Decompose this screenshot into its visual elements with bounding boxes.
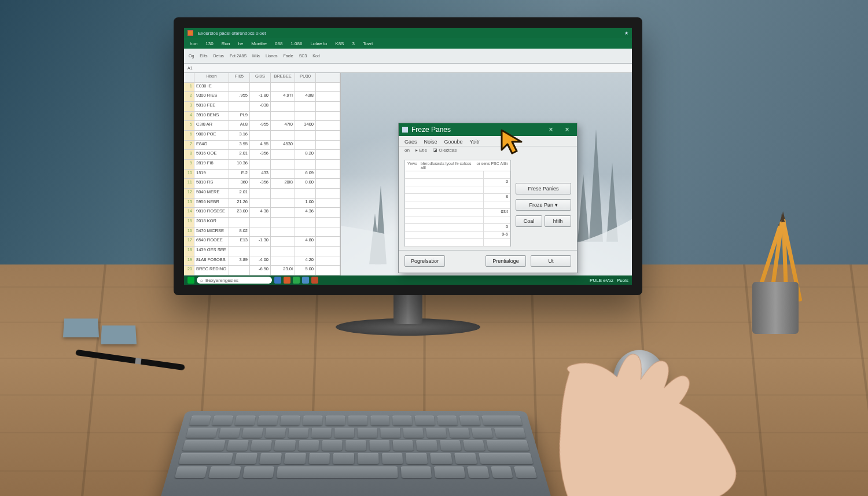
cell[interactable] — [295, 131, 316, 141]
cell[interactable] — [250, 199, 271, 208]
ribbon-tab[interactable]: 130 — [205, 41, 213, 46]
cell[interactable] — [250, 218, 271, 227]
cell[interactable]: 5010 RS — [194, 179, 229, 189]
row-header[interactable]: 1 — [184, 83, 194, 93]
column-header[interactable]: Hbon — [194, 73, 229, 83]
cell[interactable]: -4.00 — [250, 256, 271, 266]
star-icon[interactable]: ★ — [624, 31, 628, 36]
ribbon-item[interactable]: Facle — [284, 54, 293, 58]
cell[interactable] — [295, 218, 316, 227]
close-icon[interactable]: × — [561, 124, 573, 135]
taskbar-app-icon[interactable] — [302, 277, 309, 284]
cell[interactable]: C3I8 AR — [194, 121, 229, 131]
row-header[interactable]: 13 — [184, 199, 194, 208]
cell[interactable]: 9000 POE — [194, 131, 229, 141]
cell[interactable] — [316, 83, 340, 93]
cell[interactable]: 8LA8 FOSOBS — [194, 256, 229, 266]
cell[interactable] — [316, 218, 340, 227]
cell[interactable]: 20I8 — [271, 179, 295, 189]
row-header[interactable]: 14 — [184, 208, 194, 218]
ribbon-tab[interactable]: he — [238, 41, 243, 46]
taskbar-search[interactable]: ⌕ Bexyarengesies — [197, 277, 272, 284]
cell[interactable] — [316, 121, 340, 131]
cell[interactable]: -6.90 — [250, 266, 271, 275]
cell[interactable]: BREC REDINO — [194, 266, 229, 275]
cell[interactable]: 3.89 — [229, 256, 250, 266]
start-button[interactable] — [187, 277, 194, 284]
cell[interactable] — [316, 170, 340, 179]
taskbar-app-icon[interactable] — [311, 277, 318, 284]
dialog-footer-left-button[interactable]: Pogrelsatior — [404, 255, 445, 267]
cell[interactable] — [271, 189, 295, 199]
ribbon-tab[interactable]: Ron — [222, 41, 230, 46]
name-box[interactable]: A1 — [187, 66, 193, 70]
ribbon-tab[interactable]: Tovrt — [363, 41, 373, 46]
spreadsheet-grid[interactable]: HbonFI05GI9SBREBEEPU301E030 IE29300 RIES… — [184, 73, 341, 275]
cell[interactable]: 1.00 — [295, 199, 316, 208]
cell[interactable] — [250, 83, 271, 93]
row-header[interactable]: 19 — [184, 256, 194, 266]
column-header[interactable]: FI05 — [229, 73, 250, 83]
row-header[interactable]: 15 — [184, 218, 194, 227]
coal-button[interactable]: Coal — [516, 215, 542, 227]
cell[interactable]: 4.38 — [250, 208, 271, 218]
cell[interactable] — [271, 218, 295, 227]
cell[interactable] — [316, 102, 340, 112]
cell[interactable]: -1.80 — [250, 92, 271, 102]
ribbon-item[interactable]: SC3 — [299, 54, 307, 58]
column-header[interactable]: BREBEE — [271, 73, 295, 83]
cell[interactable]: 3.16 — [229, 131, 250, 141]
column-header[interactable]: GI9S — [250, 73, 271, 83]
taskbar[interactable]: ⌕ Bexyarengesies PULE eVoz Puols — [184, 275, 632, 285]
ribbon-tab[interactable]: K8S — [335, 41, 344, 46]
cell[interactable] — [316, 208, 340, 218]
cell[interactable]: 5.00 — [295, 266, 316, 275]
row-header[interactable]: 5 — [184, 121, 194, 131]
cell[interactable] — [271, 150, 295, 160]
ribbon-item[interactable]: Lionos — [266, 54, 278, 58]
cell[interactable]: E030 IE — [194, 83, 229, 93]
cell[interactable]: 433 — [250, 170, 271, 179]
dialog-tab[interactable]: Yoitr — [470, 139, 480, 145]
cell[interactable]: E.2 — [229, 170, 250, 179]
cell[interactable]: 2.01 — [229, 189, 250, 199]
cell[interactable] — [250, 227, 271, 237]
cell[interactable]: 21.26 — [229, 199, 250, 208]
cell[interactable]: 360 — [229, 179, 250, 189]
cell[interactable] — [295, 112, 316, 122]
ribbon-tab[interactable]: Montire — [251, 41, 267, 46]
dialog-tab[interactable]: Noise — [424, 139, 437, 145]
cell[interactable]: 8.20 — [295, 150, 316, 160]
dialog-footer-mid-button[interactable]: Prentialoge — [486, 255, 526, 267]
cell[interactable]: 4.97I — [271, 92, 295, 102]
cell[interactable]: -356 — [250, 150, 271, 160]
cell[interactable]: -955 — [250, 121, 271, 131]
cell[interactable]: 1519 — [194, 170, 229, 179]
ribbon-tab[interactable]: hon — [190, 41, 197, 46]
cell[interactable] — [271, 208, 295, 218]
cell[interactable] — [316, 92, 340, 102]
cell[interactable]: E13 — [229, 237, 250, 247]
taskbar-app-icon[interactable] — [293, 277, 300, 284]
cell[interactable] — [250, 189, 271, 199]
cell[interactable]: 8.02 — [229, 227, 250, 237]
dialog-footer-right-button[interactable]: Ut — [531, 255, 571, 267]
cell[interactable]: 23.00 — [229, 208, 250, 218]
cell[interactable]: 2.01 — [229, 150, 250, 160]
cell[interactable] — [316, 247, 340, 256]
cell[interactable] — [250, 160, 271, 170]
row-header[interactable]: 12 — [184, 189, 194, 199]
cell[interactable] — [271, 83, 295, 93]
cell[interactable] — [271, 102, 295, 112]
formula-bar[interactable]: A1 — [184, 64, 632, 73]
cell[interactable]: 5470 MICRSE — [194, 227, 229, 237]
row-header[interactable]: 18 — [184, 247, 194, 256]
cell[interactable] — [229, 83, 250, 93]
cell[interactable]: -356 — [250, 179, 271, 189]
cell[interactable]: 4.80 — [295, 237, 316, 247]
row-header[interactable]: 10 — [184, 170, 194, 179]
cell[interactable] — [271, 227, 295, 237]
cell[interactable] — [316, 112, 340, 122]
cell[interactable] — [271, 160, 295, 170]
cell[interactable] — [295, 160, 316, 170]
